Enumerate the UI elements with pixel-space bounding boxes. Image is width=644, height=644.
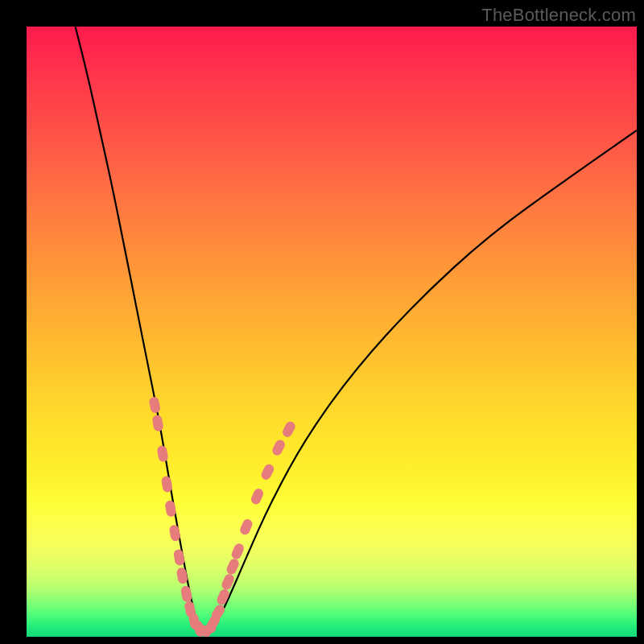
marker-pill <box>270 438 287 456</box>
marker-pill <box>281 420 297 439</box>
marker-pill <box>169 524 181 542</box>
marker-pill <box>238 518 254 536</box>
bottleneck-curve <box>76 27 637 630</box>
marker-pill <box>161 476 173 493</box>
curve-layer <box>27 27 637 637</box>
marker-pill <box>260 463 276 481</box>
marker-pill <box>173 549 185 567</box>
marker-pill <box>180 585 192 603</box>
marker-pill <box>164 500 176 518</box>
highlighted-points <box>148 396 296 637</box>
marker-pill <box>156 445 168 463</box>
chart-plot-area <box>27 27 637 637</box>
marker-pill <box>176 567 188 584</box>
marker-pill <box>230 542 246 560</box>
marker-pill <box>225 557 241 576</box>
marker-pill <box>151 415 163 432</box>
watermark-text: TheBottleneck.com <box>481 5 636 26</box>
marker-pill <box>250 487 265 506</box>
marker-pill <box>148 396 161 414</box>
